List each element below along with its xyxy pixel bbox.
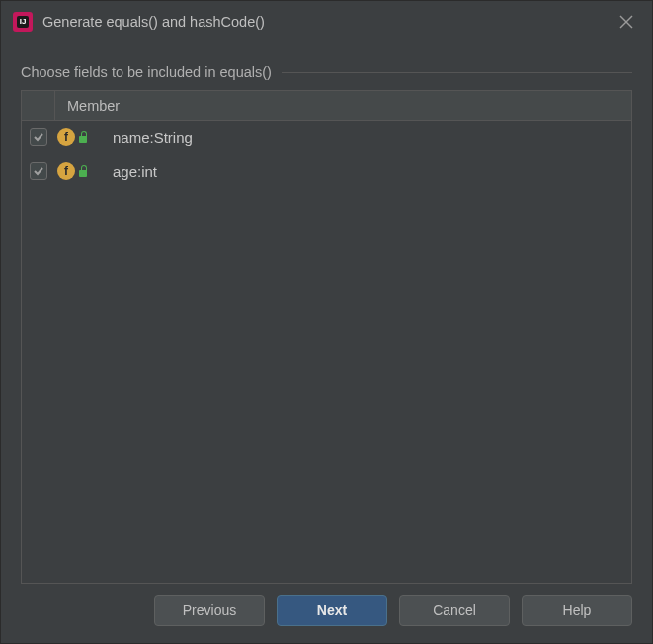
generate-equals-hashcode-dialog: IJ Generate equals() and hashCode() Choo… — [0, 0, 653, 644]
table-header: Member — [22, 91, 631, 121]
table-body[interactable]: f name:String f age:int — [22, 121, 631, 583]
cancel-button[interactable]: Cancel — [399, 595, 510, 626]
include-checkbox[interactable] — [30, 128, 47, 146]
member-column-header: Member — [55, 98, 120, 114]
check-icon — [33, 131, 44, 143]
help-button[interactable]: Help — [522, 595, 632, 626]
include-checkbox[interactable] — [30, 162, 47, 180]
table-row[interactable]: f name:String — [22, 121, 631, 154]
checkbox-column-header — [22, 91, 55, 120]
next-button[interactable]: Next — [277, 595, 387, 626]
titlebar: IJ Generate equals() and hashCode() — [1, 1, 652, 42]
member-label: age:int — [113, 163, 157, 180]
member-table: Member f name:String — [21, 90, 632, 584]
check-icon — [33, 165, 44, 177]
previous-button[interactable]: Previous — [154, 595, 265, 626]
dialog-footer: Previous Next Cancel Help — [1, 592, 652, 643]
field-icon: f — [57, 162, 75, 180]
dialog-title: Generate equals() and hashCode() — [42, 14, 603, 30]
field-icon: f — [57, 128, 75, 146]
intellij-icon: IJ — [13, 12, 33, 32]
section-label: Choose fields to be included in equals() — [21, 64, 632, 80]
dialog-content: Choose fields to be included in equals()… — [1, 42, 652, 592]
visibility-icon — [79, 165, 89, 177]
visibility-icon — [79, 131, 89, 143]
member-label: name:String — [113, 129, 193, 146]
section-divider — [282, 72, 632, 73]
section-label-text: Choose fields to be included in equals() — [21, 64, 272, 80]
close-icon — [619, 15, 633, 29]
close-button[interactable] — [612, 8, 640, 36]
table-row[interactable]: f age:int — [22, 154, 631, 188]
